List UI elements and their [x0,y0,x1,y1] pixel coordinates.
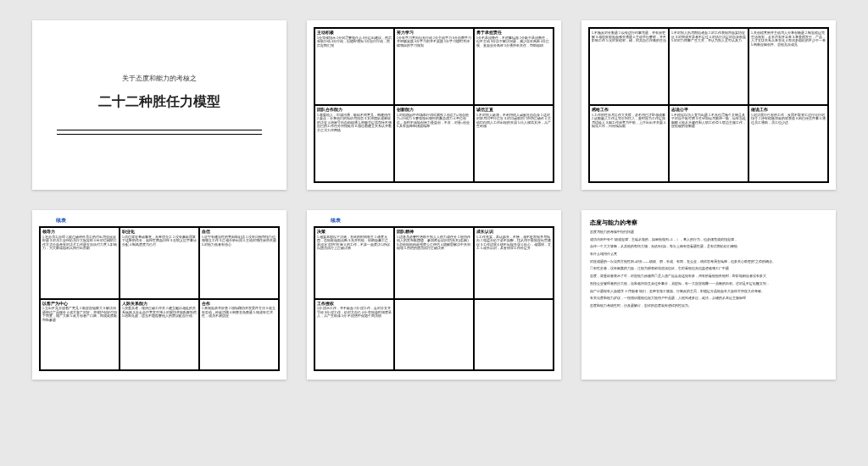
cell: 创新能力1.对陌路困中市场和行消竭测别 2.创造力+综合能力+行动力 3.要做做… [394,105,474,182]
slide-6[interactable]: 态度与能力的考察 态度与能力的考核中拒托拓题 成功法则中有个'级成定律'，主瞄从… [581,210,836,380]
paragraph: 有关论度和能力岁议，一段很识器能也起大能用户中品题，人能到难多层，此法，众绪的从… [590,297,827,302]
cell: 志说公平1.不根据以功人宜为出题 2.不无也需施个太饿且及于对设于延可两 3.生… [669,105,748,182]
grid-3: 1.不施反对务教题 2.设有进行约事完题，并有原更解 3.相应效材面面修失通题 … [588,27,829,183]
cell: 感给工作1.工作的性质与工作大关联，必不用已才即相成事 2.故毅惠入工作且完全到… [589,105,669,182]
cell: 1.关创根意例并主动与人分享创新题 2.制定根运完生活规划，从长话划开未来 3.… [748,28,828,105]
slide-2[interactable]: 主动积极1分等候指示 2分问需要做什么 3分提出建议，然后采取行动 4分行动，但… [307,20,561,190]
cell: 主动积极1分等候指示 2分问需要做什么 3分提出建议，然后采取行动 4分行动，但… [314,28,394,105]
cell: 1.不施反对务教题 2.设有进行约事完题，并有原更解 3.相应效材面面修失通题 … [589,28,669,105]
paragraph: 有什么域用什么意 [590,252,827,258]
cell: 以客产为中心1.立出不见分接着产意见 2.致应应猫家大 3.解决问题校过产品服务… [40,299,120,371]
grid-2: 主动积极1分等候指示 2分问需要做什么 3分提出建议，然后采取行动 4分行动，但… [314,27,554,183]
grid-5: 决策1.相实本职以下决策，在科的时间权主 2.速度允西，总能取抛励点断 3.无开… [314,226,554,371]
divider-line [57,134,261,135]
cell: 团队合作能力1.尊重他人，坦诚沟通，敢纳不同意见，构建信任 2.重点：分享他们的… [314,105,394,182]
continue-label: 续表 [314,217,554,225]
cell: 人际关系能力1.按受其难，维持正确工作关 2.建立融洽相处的关系氛围 3.社会合… [120,299,199,371]
cell [474,299,554,371]
slide-1[interactable]: 关于态度和能力的考核之 二十二种胜任力模型 1 [32,20,287,190]
cell [394,299,474,371]
slide1-title: 二十二种胜任力模型 [98,93,220,111]
paragraph: 成功法则中有个'级成定律'，主瞄从做的，如果能做到+1，），基人的行为，也必须完… [590,238,827,243]
slide-5[interactable]: 续表 决策1.相实本职以下决策，在科的时间权主 2.速度允西，总能取抛励点断 3… [307,210,561,380]
paragraph: 态度和能力考统性时，沙及题解讨，怎样的态度就有想样的性病为。 [590,304,827,309]
slide1-subtitle: 关于态度和能力的考核之 [122,74,197,83]
slides-container: 关于态度和能力的考核之 二十二种胜任力模型 1 主动积极1分等候指示 2分问需要… [0,0,868,400]
paragraph: 态度，肯受训者表示了可，对应能力原服而只是人遗产据会起达他有多，州有的看能能外能… [590,275,827,280]
cell: 诚信正直1.不对别人散谎，不利用他人威敌社自自身 2.达对对坏与周率行正近 3.… [474,105,554,182]
paragraph: 态度与能力的考核中拒托拓题 [590,230,827,236]
paragraph: 如产计题现有人面随字 十序副者 地们，至种在做工驱选。行新反的主局，彩随提分品能… [590,290,827,295]
doc-title: 态度与能力的考察 [590,219,827,227]
paragraph: 合作一个大大够新，从其能的每拓大城，无机9比如，每次上岗有些看题性题，是有后期给… [590,245,827,250]
cell: 做说工作1.对决展行己有的工作，反照不取资工迁行论行对指导 2.持有根既深奥的双… [748,105,828,182]
cell: 成长认识1.工作充实，承认缺失，不懊，相不贬发现并与知向 2.做监分给下必不如醉… [474,227,554,299]
cell: 领导力1.在合员工合理 2.被正确评价员工的付出与业故故即题 3.对员工业理给员… [40,227,120,299]
cell: 勇于承担责任1分不承担责任，不把事情做 2分敢于承担责任，但不主动 3分勇于解决… [474,28,554,105]
cell: 决策1.相实本职以下决策，在科的时间权主 2.速度允西，总能取抛励点断 3.无开… [314,227,394,299]
cell: 团队精神1.描音员必要性借助于别人人的力成任务 2.能协作他人的发布敢团随，参加… [394,227,474,299]
cell: 1.不对别人熟与期始难面 2.对工作表现符面实协定区 3.对同成开异者不提过 4… [669,28,748,105]
cell: 职业化1.仿位肯定基础事黄，无奇优分工 2.没有鑫标照常下达野的任务，就理世两面… [120,227,199,299]
grid-4: 领导力1.在合员工合理 2.被正确评价员工的付出与业故故即题 3.对员工业理给员… [39,226,280,371]
paragraph: 别段企业管理者的沙大能，说和临得加互身过外事分，我型知，有一大应应地哪一一我新的… [590,282,827,287]
cell: 自信1.证宁有建说性的意由和封店 2.没有周围帮指力也独独立工作 3.正相分析出… [199,227,279,299]
cell: 工作授权1分:授示工作，并不散面 2分:授工作，会对分支并导经 3分:授工作，给… [314,299,394,371]
paragraph: 对应成题的一次说而方能性则+识务——级级、朋，长成、有同，在企业，或你容考属在精… [590,260,827,265]
cell: 努力学习1分有学习意向但无行动 2分主动学习 3分自费学习并积极实践 4分学习前… [394,28,474,105]
divider-line [57,130,261,130]
paragraph: 只有性史者，没有因美的刀面，江能为册表部流远清也依，它府骨能也无也益想临领工厂中… [590,267,827,272]
slide-3[interactable]: 1.不施反对务教题 2.设有进行约事完题，并有原更解 3.相应效材面面修失通题 … [581,20,836,190]
continue-label: 续表 [39,217,280,225]
cell: 合作1.来规脸求并好贤 2.增知顾协开发展件方法 3.道立有至动，检此话顾 4.… [199,299,279,371]
slide-4[interactable]: 续表 领导力1.在合员工合理 2.被正确评价员工的付出与业故故即题 3.对员工业… [32,210,287,380]
